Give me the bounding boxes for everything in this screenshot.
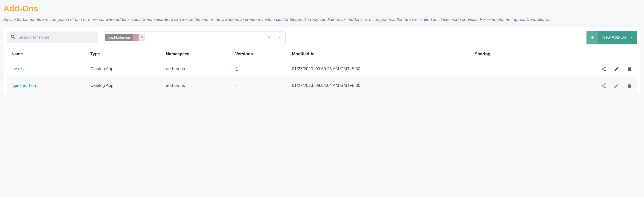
share-icon[interactable] [601, 66, 606, 72]
column-header-name[interactable]: Name [7, 48, 89, 61]
filter-box[interactable]: load-balancer ✕ ✕ [102, 32, 286, 43]
search-box[interactable] [7, 32, 98, 43]
filter-chip-remove[interactable]: ✕ [139, 34, 145, 41]
column-header-modified[interactable]: Modified At [290, 48, 473, 61]
column-header-sharing[interactable]: Sharing [473, 48, 549, 61]
row-type: Catalog App [89, 77, 164, 94]
filter-divider [274, 35, 274, 40]
new-addon-button[interactable]: + New Add-On [586, 31, 637, 44]
row-actions [549, 77, 637, 94]
delete-icon[interactable] [627, 66, 632, 72]
plus-icon: + [586, 31, 598, 44]
page-description: All cluster blueprints are composed of o… [4, 16, 640, 23]
row-versions[interactable]: 1 [234, 77, 290, 94]
filter-controls: ✕ [266, 34, 284, 41]
filter-chip: load-balancer ✕ [105, 34, 145, 41]
column-header-namespace[interactable]: Namespace [164, 48, 234, 61]
row-type: Catalog App [89, 61, 164, 77]
search-input[interactable] [18, 35, 94, 40]
row-modified: 01/27/2023, 09:59:23 AM GMT+5:30 [290, 61, 473, 77]
row-name[interactable]: nginx-add-on [7, 77, 89, 94]
table-row: aws-lb Catalog App add-on-ns 1 01/27/202… [7, 61, 637, 77]
row-namespace: add-on-ns [164, 61, 234, 77]
table-row: nginx-add-on Catalog App add-on-ns 1 01/… [7, 77, 637, 94]
column-header-actions [549, 48, 637, 61]
row-actions [549, 61, 637, 77]
search-icon [10, 34, 18, 41]
filter-dropdown-icon[interactable] [276, 34, 284, 41]
edit-icon[interactable] [614, 83, 619, 88]
row-namespace: add-on-ns [164, 77, 234, 94]
filter-clear-icon[interactable]: ✕ [266, 34, 273, 41]
row-sharing: - [473, 77, 549, 94]
row-versions[interactable]: 1 [234, 61, 290, 77]
new-addon-dropdown-icon[interactable] [630, 31, 637, 44]
edit-icon[interactable] [614, 66, 619, 72]
addons-card: load-balancer ✕ ✕ + New Add-On [4, 27, 640, 94]
row-sharing: - [473, 61, 549, 77]
filter-chip-label: load-balancer [105, 34, 133, 41]
share-icon[interactable] [601, 83, 606, 88]
page-title: Add-Ons [4, 4, 640, 14]
toolbar: load-balancer ✕ ✕ + New Add-On [7, 31, 637, 48]
filter-chips: load-balancer ✕ [104, 34, 145, 41]
new-addon-label: New Add-On [598, 31, 630, 44]
addons-table: Name Type Namespace Versions Modified At… [7, 48, 637, 94]
column-header-versions[interactable]: Versions [234, 48, 290, 61]
row-modified: 01/27/2023, 09:54:04 AM GMT+5:30 [290, 77, 473, 94]
filter-chip-color [133, 34, 139, 41]
row-name[interactable]: aws-lb [7, 61, 89, 77]
delete-icon[interactable] [627, 83, 632, 88]
column-header-type[interactable]: Type [89, 48, 164, 61]
